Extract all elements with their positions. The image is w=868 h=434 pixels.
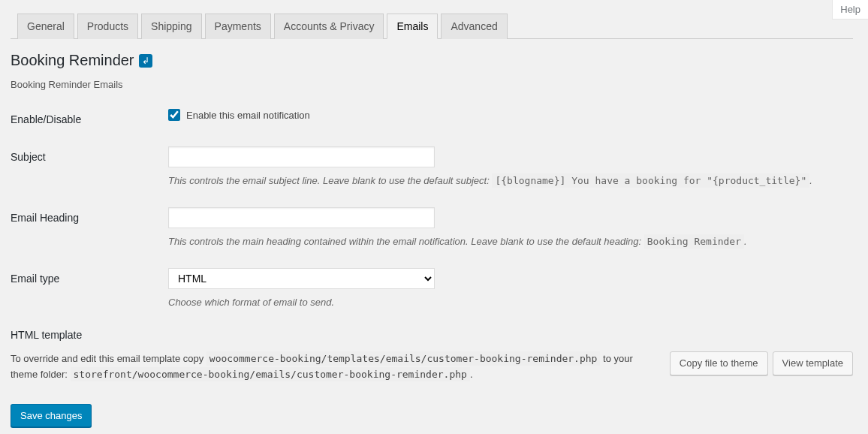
tab-products[interactable]: Products <box>77 14 138 39</box>
email-type-select[interactable]: HTML <box>168 268 435 289</box>
heading-default-code: Booking Reminder <box>644 234 744 249</box>
enable-checkbox-label[interactable]: Enable this email notification <box>186 110 310 121</box>
tab-emails[interactable]: Emails <box>387 14 438 39</box>
save-changes-button[interactable]: Save changes <box>11 404 92 428</box>
tab-general[interactable]: General <box>17 14 74 39</box>
template-override-text: To override and edit this email template… <box>11 351 655 383</box>
template-source-path: woocommerce-booking/templates/emails/cus… <box>206 351 601 366</box>
subtitle: Booking Reminder Emails <box>11 79 853 90</box>
tab-payments[interactable]: Payments <box>205 14 271 39</box>
email-heading-input[interactable] <box>168 207 435 228</box>
page-title-text: Booking Reminder <box>11 52 134 69</box>
email-heading-description: This controls the main heading contained… <box>168 236 853 247</box>
back-icon[interactable]: ↲ <box>139 54 152 68</box>
email-heading-label: Email Heading <box>11 207 168 224</box>
subject-label: Subject <box>11 146 168 163</box>
enable-label: Enable/Disable <box>11 109 168 125</box>
email-type-description: Choose which format of email to send. <box>168 297 853 308</box>
help-tab[interactable]: Help <box>832 0 868 20</box>
subject-description: This controls the email subject line. Le… <box>168 175 853 186</box>
template-dest-path: storefront/woocommerce-booking/emails/cu… <box>71 367 470 381</box>
page-title: Booking Reminder ↲ <box>11 52 853 69</box>
view-template-button[interactable]: View template <box>773 351 853 375</box>
subject-default-code: [{blogname}] You have a booking for "{pr… <box>492 173 809 188</box>
subject-input[interactable] <box>168 146 435 167</box>
tab-advanced[interactable]: Advanced <box>441 14 507 39</box>
html-template-heading: HTML template <box>11 329 853 341</box>
email-type-label: Email type <box>11 268 168 285</box>
enable-checkbox[interactable] <box>168 109 180 121</box>
copy-file-button[interactable]: Copy file to theme <box>670 351 768 375</box>
tab-accounts-privacy[interactable]: Accounts & Privacy <box>274 14 384 39</box>
tab-shipping[interactable]: Shipping <box>141 14 202 39</box>
nav-tabs: General Products Shipping Payments Accou… <box>11 14 853 39</box>
